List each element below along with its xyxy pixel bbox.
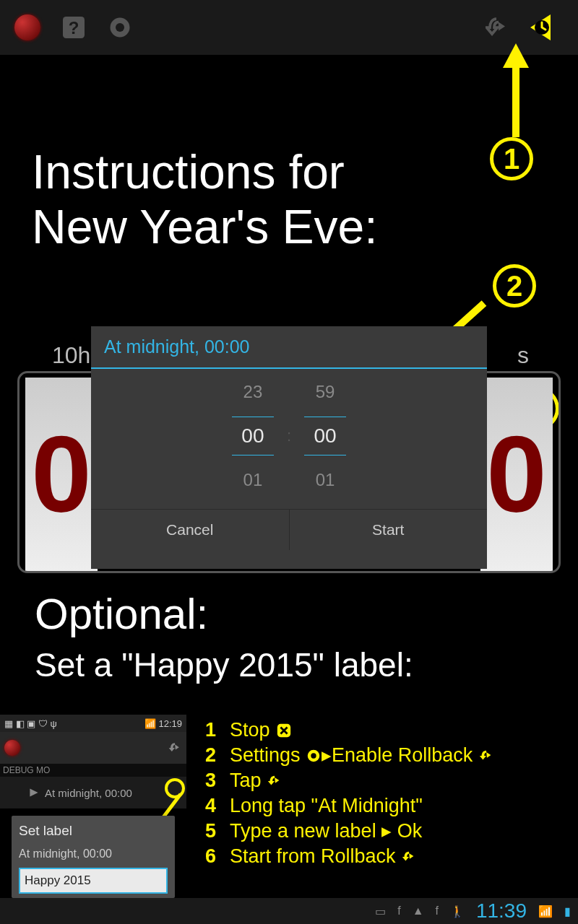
- set-label-title: Set label: [19, 823, 168, 839]
- left-hours-label: 10h: [52, 342, 90, 369]
- step-6: 6Start from Rollback: [205, 844, 494, 869]
- mini-alarm-label: At midnight, 00:00: [45, 787, 132, 799]
- person-icon: 🚶: [450, 905, 465, 918]
- settings-icon[interactable]: [100, 7, 140, 48]
- optional-subtitle: Set a "Happy 2015" label:: [35, 645, 413, 684]
- label-input[interactable]: [19, 868, 168, 894]
- step-3: 3Tap: [205, 768, 494, 793]
- step-5: 5Type a new label ▸ Ok: [205, 819, 494, 844]
- step-2: 2Settings ▸Enable Rollback: [205, 743, 494, 768]
- mini-app-bar: [0, 732, 186, 764]
- start-button[interactable]: Start: [290, 510, 488, 550]
- step-1: 1Stop: [205, 718, 494, 743]
- mini-debug-label: DEBUG MO: [0, 764, 186, 777]
- wifi-icon: 📶: [538, 905, 553, 918]
- hour-below: 01: [243, 470, 263, 490]
- system-bottom-bar: ▭ f ▲ f 🚶 11:39 📶 ▮: [0, 898, 578, 924]
- hour-above: 23: [243, 382, 263, 402]
- dialog-title: At midnight, 00:00: [91, 326, 487, 367]
- minute-current[interactable]: 00: [304, 417, 346, 456]
- svg-point-3: [116, 23, 124, 32]
- svg-text:?: ?: [69, 18, 79, 38]
- time-colon: :: [287, 427, 291, 445]
- set-label-subtitle: At midnight, 00:00: [19, 847, 168, 860]
- svg-marker-6: [503, 43, 529, 68]
- minute-below: 01: [316, 470, 335, 490]
- optional-title: Optional:: [35, 589, 208, 639]
- stop-icon: [275, 723, 293, 738]
- fb-icon: f: [435, 905, 438, 918]
- app-logo[interactable]: [7, 7, 48, 48]
- play-icon: [29, 788, 39, 798]
- set-label-dialog: Set label At midnight, 00:00: [12, 816, 175, 898]
- talk-icon: ▭: [375, 905, 386, 918]
- clock-play-icon[interactable]: [525, 7, 565, 48]
- mini-status-bar: ▦ ◧ ▣ 🛡 ψ 📶 12:19: [0, 715, 186, 732]
- rollback-icon[interactable]: [478, 7, 519, 48]
- gear-icon: [306, 748, 322, 764]
- minute-column[interactable]: 59 00 01: [304, 382, 346, 490]
- rollback-icon: [168, 741, 182, 755]
- rollback-icon: [478, 748, 494, 764]
- system-clock: 11:39: [476, 899, 527, 923]
- rollback-icon: [267, 773, 282, 789]
- svg-point-15: [311, 753, 316, 758]
- time-picker-dialog: At midnight, 00:00 23 00 01 : 59 00 01 C…: [91, 326, 487, 569]
- steps-list: 1Stop 2Settings ▸Enable Rollback 3Tap 4L…: [205, 718, 494, 869]
- minute-above: 59: [316, 382, 335, 402]
- cancel-button[interactable]: Cancel: [91, 510, 290, 550]
- hour-current[interactable]: 00: [232, 417, 274, 456]
- help-icon[interactable]: ?: [53, 7, 94, 48]
- hour-column[interactable]: 23 00 01: [232, 382, 274, 490]
- warning-icon: ▲: [413, 905, 424, 918]
- instructions-title: Instructions for New Year's Eve:: [32, 144, 378, 254]
- rollback-icon: [401, 849, 417, 865]
- right-seconds-label: s: [517, 342, 529, 369]
- battery-icon: ▮: [564, 905, 571, 918]
- fb-icon: f: [397, 905, 400, 918]
- step-4: 4Long tap "At Midnight": [205, 793, 494, 819]
- arrow-to-1: [471, 43, 543, 144]
